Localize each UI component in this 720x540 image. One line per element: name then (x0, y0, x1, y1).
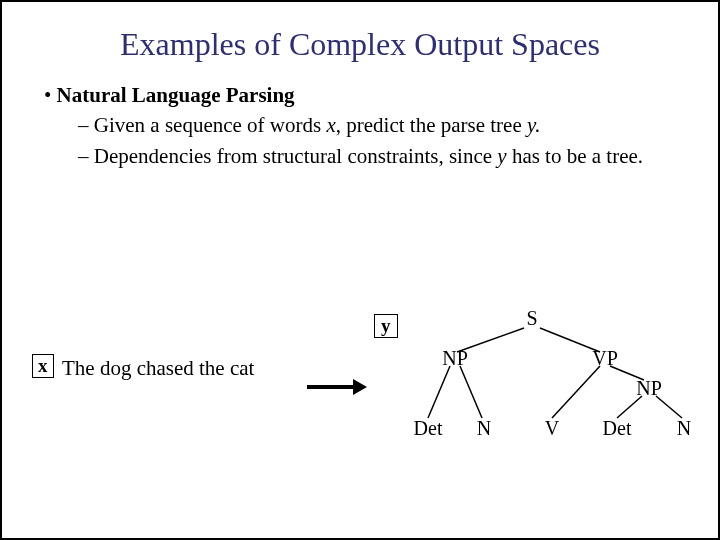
node-np-2: NP (636, 377, 662, 400)
text: Given a sequence of words (94, 113, 327, 137)
var-y: y. (527, 113, 540, 137)
node-np-1: NP (442, 347, 468, 370)
node-n-2: N (677, 417, 691, 440)
node-s: S (526, 307, 537, 330)
slide-title: Examples of Complex Output Spaces (32, 26, 688, 63)
y-label-box: y (374, 314, 398, 338)
text: has to be a tree. (507, 144, 643, 168)
node-v: V (545, 417, 559, 440)
parse-tree: S NP VP NP Det N V Det N (402, 308, 702, 478)
node-vp: VP (592, 347, 618, 370)
node-det-2: Det (603, 417, 632, 440)
svg-line-1 (540, 328, 600, 352)
var-y: y (497, 144, 506, 168)
svg-line-2 (428, 366, 450, 418)
svg-line-3 (460, 366, 482, 418)
bullet-sub-1: Given a sequence of words x, predict the… (78, 111, 688, 139)
slide: Examples of Complex Output Spaces Natura… (0, 0, 720, 540)
example-area: x The dog chased the cat y S NP VP NP De… (32, 322, 692, 502)
bullet-list: Natural Language Parsing Given a sequenc… (38, 81, 688, 170)
arrow-icon (307, 380, 367, 394)
node-n-1: N (477, 417, 491, 440)
input-sentence: The dog chased the cat (62, 356, 254, 381)
node-det-1: Det (414, 417, 443, 440)
arrow-head (353, 379, 367, 395)
x-label-box: x (32, 354, 54, 378)
bullet-main: Natural Language Parsing (44, 81, 688, 109)
text: , predict the parse tree (336, 113, 527, 137)
var-x: x (326, 113, 335, 137)
svg-line-4 (552, 366, 600, 418)
bullet-sub-2: Dependencies from structural constraints… (78, 142, 688, 170)
arrow-line (307, 385, 355, 389)
text: Dependencies from structural constraints… (94, 144, 498, 168)
